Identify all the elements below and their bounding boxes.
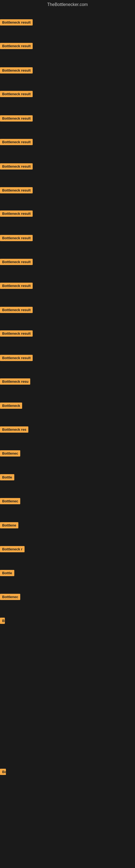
bottleneck-badge-18: Bottleneck res	[0, 426, 28, 433]
bottleneck-badge-19: Bottlenec	[0, 450, 20, 457]
bottleneck-badge-1: Bottleneck result	[0, 19, 33, 26]
bottleneck-item-19[interactable]: Bottlenec	[0, 450, 20, 458]
bottleneck-item-11[interactable]: Bottleneck result	[0, 259, 33, 266]
bottleneck-item-10[interactable]: Bottleneck result	[0, 235, 33, 242]
bottleneck-item-14[interactable]: Bottleneck result	[0, 330, 33, 338]
bottleneck-badge-5: Bottleneck result	[0, 115, 33, 122]
bottleneck-badge-2: Bottleneck result	[0, 43, 33, 49]
bottleneck-badge-10: Bottleneck result	[0, 235, 33, 241]
bottleneck-item-2[interactable]: Bottleneck result	[0, 43, 33, 50]
bottleneck-badge-15: Bottleneck result	[0, 355, 33, 361]
bottleneck-badge-4: Bottleneck result	[0, 91, 33, 97]
bottleneck-item-18[interactable]: Bottleneck res	[0, 426, 28, 434]
bottleneck-badge-7: Bottleneck result	[0, 163, 33, 169]
bottleneck-item-8[interactable]: Bottleneck result	[0, 187, 33, 194]
bottleneck-item-3[interactable]: Bottleneck result	[0, 67, 33, 74]
bottleneck-badge-23: Bottleneck r	[0, 546, 25, 552]
bottleneck-item-9[interactable]: Bottleneck result	[0, 211, 33, 218]
bottleneck-badge-13: Bottleneck result	[0, 307, 33, 313]
bottleneck-item-4[interactable]: Bottleneck result	[0, 91, 33, 98]
bottleneck-item-15[interactable]: Bottleneck result	[0, 355, 33, 362]
bottleneck-item-20[interactable]: Bottle	[0, 474, 14, 482]
bottleneck-item-7[interactable]: Bottleneck result	[0, 163, 33, 170]
bottleneck-item-23[interactable]: Bottleneck r	[0, 546, 25, 553]
bottleneck-item-17[interactable]: Bottleneck	[0, 403, 22, 410]
site-title: TheBottlenecker.com	[0, 0, 135, 9]
bottleneck-badge-6: Bottleneck result	[0, 139, 33, 145]
bottleneck-badge-17: Bottleneck	[0, 403, 22, 409]
bottleneck-item-21[interactable]: Bottlenec	[0, 498, 20, 505]
bottleneck-badge-22: Bottlene	[0, 522, 18, 528]
bottleneck-badge-24: Bottle	[0, 570, 14, 576]
bottleneck-badge-9: Bottleneck result	[0, 211, 33, 217]
bottleneck-item-1[interactable]: Bottleneck result	[0, 19, 33, 27]
bottleneck-item-6[interactable]: Bottleneck result	[0, 139, 33, 146]
bottleneck-badge-3: Bottleneck result	[0, 67, 33, 73]
bottleneck-badge-20: Bottle	[0, 474, 14, 480]
bottleneck-badge-25: Bottlenec	[0, 594, 20, 600]
bottleneck-item-13[interactable]: Bottleneck result	[0, 307, 33, 314]
bottleneck-badge-14: Bottleneck result	[0, 330, 33, 337]
bottleneck-badge-12: Bottleneck result	[0, 283, 33, 289]
bottleneck-badge-8: Bottleneck result	[0, 187, 33, 193]
bottleneck-badge-27: Bo	[0, 769, 6, 775]
bottleneck-badge-21: Bottlenec	[0, 498, 20, 504]
bottleneck-item-24[interactable]: Bottle	[0, 570, 14, 577]
bottleneck-item-22[interactable]: Bottlene	[0, 522, 18, 529]
bottleneck-badge-11: Bottleneck result	[0, 259, 33, 265]
bottleneck-item-5[interactable]: Bottleneck result	[0, 115, 33, 123]
bottleneck-badge-16: Bottleneck resu	[0, 378, 30, 384]
bottleneck-item-25[interactable]: Bottlenec	[0, 594, 20, 601]
bottleneck-item-27[interactable]: Bo	[0, 769, 6, 776]
bottleneck-item-16[interactable]: Bottleneck resu	[0, 378, 30, 386]
bottleneck-item-26[interactable]: B	[0, 618, 5, 625]
bottleneck-item-12[interactable]: Bottleneck result	[0, 283, 33, 290]
bottleneck-badge-26: B	[0, 618, 5, 624]
